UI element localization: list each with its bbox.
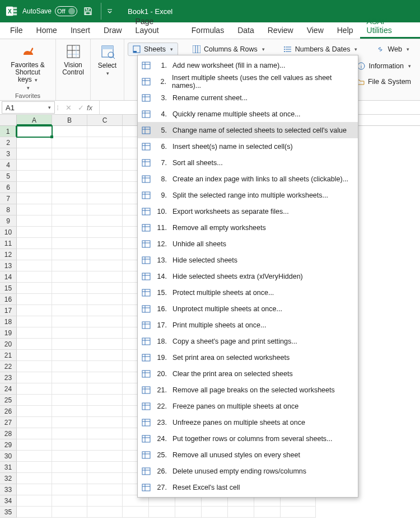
menu-item[interactable]: 14.Hide selected sheets extra (xlVeryHid… [138, 268, 358, 284]
cell[interactable] [52, 350, 87, 361]
cell[interactable] [87, 395, 123, 406]
cell[interactable] [52, 316, 87, 327]
vision-control-button[interactable]: VisionControl [54, 41, 93, 76]
menu-item[interactable]: 10.Export worksheets as separate files..… [138, 203, 358, 219]
cell[interactable] [17, 428, 52, 439]
tab-data[interactable]: Data [231, 22, 261, 39]
cell[interactable] [17, 451, 52, 462]
tab-home[interactable]: Home [30, 22, 64, 39]
cell[interactable] [52, 406, 87, 417]
menu-item[interactable]: 23.Unfreeze panes on multiple sheets at … [138, 414, 358, 430]
tab-view[interactable]: View [300, 22, 330, 39]
cell[interactable] [17, 316, 52, 327]
cell[interactable] [52, 215, 87, 227]
menu-item[interactable]: 4.Quickly rename multiple sheets at once… [138, 106, 358, 122]
cell[interactable] [17, 215, 52, 227]
row-header[interactable]: 1 [0, 126, 17, 137]
row-header[interactable]: 24 [0, 383, 17, 395]
cell[interactable] [52, 126, 87, 137]
cell[interactable] [87, 204, 123, 215]
cell[interactable] [87, 215, 123, 227]
select-button[interactable]: Select ▾ [88, 41, 127, 76]
cell[interactable] [52, 305, 87, 316]
cell[interactable] [17, 372, 52, 383]
name-box[interactable]: A1 ▾ [2, 101, 55, 114]
cell[interactable] [87, 305, 123, 316]
save-icon[interactable] [80, 3, 96, 20]
cell[interactable] [17, 283, 52, 294]
row-header[interactable]: 6 [0, 182, 17, 193]
cell[interactable] [149, 507, 175, 518]
cell[interactable] [87, 260, 123, 271]
menu-item[interactable]: 8.Create an index page with links to all… [138, 171, 358, 187]
cell[interactable] [87, 361, 123, 372]
cell[interactable] [17, 350, 52, 361]
cell[interactable] [17, 462, 52, 473]
cell[interactable] [17, 395, 52, 406]
cell[interactable] [17, 148, 52, 160]
menu-item[interactable]: 9.Split the selected range into multiple… [138, 187, 358, 203]
cell[interactable] [17, 271, 52, 283]
row-header[interactable]: 12 [0, 249, 17, 260]
menu-item[interactable]: 12.Unhide all sheets [138, 236, 358, 252]
cell[interactable] [87, 473, 123, 484]
menu-item[interactable]: 6.Insert sheet(s) name in selected cell(… [138, 138, 358, 154]
tab-review[interactable]: Review [261, 22, 300, 39]
menu-item[interactable]: 3.Rename current sheet... [138, 90, 358, 106]
cell[interactable] [52, 249, 87, 260]
cell[interactable] [87, 462, 123, 473]
row-header[interactable]: 17 [0, 305, 17, 316]
cancel-icon[interactable]: ✕ [62, 104, 74, 112]
numbers-dates-button[interactable]: Numbers & Dates▾ [279, 43, 362, 56]
cell[interactable] [52, 327, 87, 339]
menu-item[interactable]: 16.Unprotect multiple sheets at once... [138, 301, 358, 317]
row-header[interactable]: 32 [0, 473, 17, 484]
row-header[interactable]: 2 [0, 137, 17, 148]
cell[interactable] [17, 249, 52, 260]
quick-access-dropdown[interactable] [101, 3, 118, 20]
cell[interactable] [52, 137, 87, 148]
cell[interactable] [52, 439, 87, 451]
cell[interactable] [87, 484, 123, 495]
cell[interactable] [17, 137, 52, 148]
cell[interactable] [123, 507, 149, 518]
menu-item[interactable]: 17.Print multiple sheets at once... [138, 317, 358, 333]
cell[interactable] [87, 148, 123, 160]
cell[interactable] [87, 193, 123, 204]
cell[interactable] [87, 417, 123, 428]
menu-item[interactable]: 13.Hide selected sheets [138, 252, 358, 268]
tab-asap-utilities[interactable]: ASAP Utilities [360, 13, 420, 39]
cell[interactable] [52, 283, 87, 294]
cell[interactable] [87, 294, 123, 305]
cell[interactable] [87, 171, 123, 182]
cell[interactable] [52, 495, 87, 507]
row-header[interactable]: 16 [0, 294, 17, 305]
cell[interactable] [17, 361, 52, 372]
cell[interactable] [52, 227, 87, 238]
row-header[interactable]: 21 [0, 350, 17, 361]
cell[interactable] [87, 495, 123, 507]
cell[interactable] [17, 339, 52, 350]
tab-draw[interactable]: Draw [97, 22, 129, 39]
cell[interactable] [52, 383, 87, 395]
col-header[interactable]: B [52, 115, 87, 125]
cell[interactable] [87, 126, 123, 137]
cell[interactable] [52, 182, 87, 193]
cell[interactable] [52, 417, 87, 428]
row-header[interactable]: 35 [0, 507, 17, 518]
row-header[interactable]: 23 [0, 372, 17, 383]
cell[interactable] [17, 171, 52, 182]
row-header[interactable]: 3 [0, 148, 17, 160]
cell[interactable] [17, 182, 52, 193]
col-header[interactable]: C [87, 115, 123, 125]
cell[interactable] [87, 507, 123, 518]
row-header[interactable]: 13 [0, 260, 17, 271]
cell[interactable] [87, 451, 123, 462]
cell[interactable] [17, 160, 52, 171]
cell[interactable] [87, 439, 123, 451]
cell[interactable] [228, 507, 254, 518]
cell[interactable] [281, 507, 316, 518]
cell[interactable] [52, 473, 87, 484]
tab-formulas[interactable]: Formulas [185, 22, 231, 39]
cell[interactable] [17, 495, 52, 507]
